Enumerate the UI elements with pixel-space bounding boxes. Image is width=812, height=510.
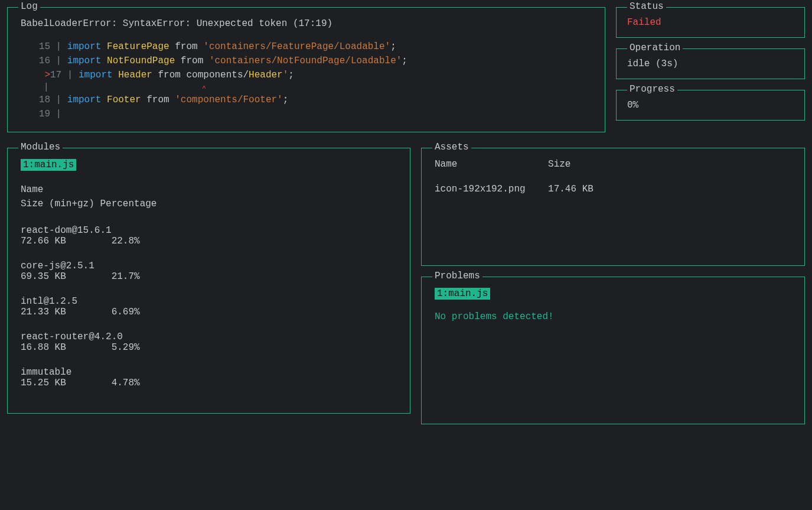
operation-title: Operation: [627, 43, 683, 53]
progress-title: Progress: [627, 84, 677, 95]
modules-list: react-dom@15.6.172.66 KB 22.8%core-js@2.…: [21, 225, 397, 388]
status-panel: Status Failed: [616, 7, 805, 38]
module-row: react-dom@15.6.172.66 KB 22.8%: [21, 225, 397, 246]
module-row: immutable15.25 KB 4.78%: [21, 367, 397, 388]
problems-title: Problems: [432, 271, 482, 281]
progress-panel: Progress 0%: [616, 90, 805, 121]
log-title: Log: [18, 1, 40, 12]
modules-panel: Modules 1:main.js Name Size (min+gz) Per…: [7, 148, 410, 414]
code-line-15: 15 | import FeaturePage from 'containers…: [21, 40, 592, 54]
module-stats: 21.33 KB 6.69%: [21, 307, 397, 317]
error-caret-line: | ^: [21, 82, 592, 93]
code-line-19: 19 |: [21, 107, 592, 121]
module-name: react-router@4.2.0: [21, 332, 397, 342]
module-row: intl@1.2.521.33 KB 6.69%: [21, 296, 397, 317]
assets-panel: Assets Name Size icon-192x192.png 17.46 …: [421, 148, 805, 266]
problems-badge[interactable]: 1:main.js: [435, 288, 490, 300]
asset-row: icon-192x192.png 17.46 KB: [435, 184, 791, 194]
modules-header-size: Size (min+gz) Percentage: [21, 197, 397, 211]
modules-badge[interactable]: 1:main.js: [21, 159, 76, 171]
module-name: react-dom@15.6.1: [21, 225, 397, 236]
operation-panel: Operation idle (3s): [616, 48, 805, 79]
assets-title: Assets: [432, 142, 471, 152]
code-block: 15 | import FeaturePage from 'containers…: [21, 40, 592, 121]
assets-headers: Name Size: [435, 159, 791, 170]
module-row: react-router@4.2.016.88 KB 5.29%: [21, 332, 397, 353]
log-panel: Log BabelLoaderError: SyntaxError: Unexp…: [7, 7, 605, 132]
module-name: core-js@2.5.1: [21, 261, 397, 271]
module-name: intl@1.2.5: [21, 296, 397, 307]
progress-value: 0%: [627, 100, 794, 111]
modules-header-name: Name: [21, 183, 397, 197]
problems-message: No problems detected!: [435, 311, 791, 322]
module-stats: 15.25 KB 4.78%: [21, 378, 397, 388]
module-row: core-js@2.5.169.35 KB 21.7%: [21, 261, 397, 282]
module-stats: 16.88 KB 5.29%: [21, 342, 397, 353]
module-name: immutable: [21, 367, 397, 378]
modules-headers: Name Size (min+gz) Percentage: [21, 183, 397, 211]
modules-title: Modules: [18, 142, 63, 152]
code-line-17: >17 | import Header from components/Head…: [21, 68, 592, 82]
status-title: Status: [627, 1, 666, 12]
code-line-18: 18 | import Footer from 'components/Foot…: [21, 93, 592, 107]
module-stats: 72.66 KB 22.8%: [21, 236, 397, 246]
module-stats: 69.35 KB 21.7%: [21, 271, 397, 282]
error-message: BabelLoaderError: SyntaxError: Unexpecte…: [21, 18, 592, 29]
assets-list: icon-192x192.png 17.46 KB: [435, 184, 791, 194]
status-value: Failed: [627, 17, 794, 28]
code-line-16: 16 | import NotFoundPage from 'container…: [21, 54, 592, 68]
operation-value: idle (3s): [627, 59, 794, 69]
problems-panel: Problems 1:main.js No problems detected!: [421, 277, 805, 424]
